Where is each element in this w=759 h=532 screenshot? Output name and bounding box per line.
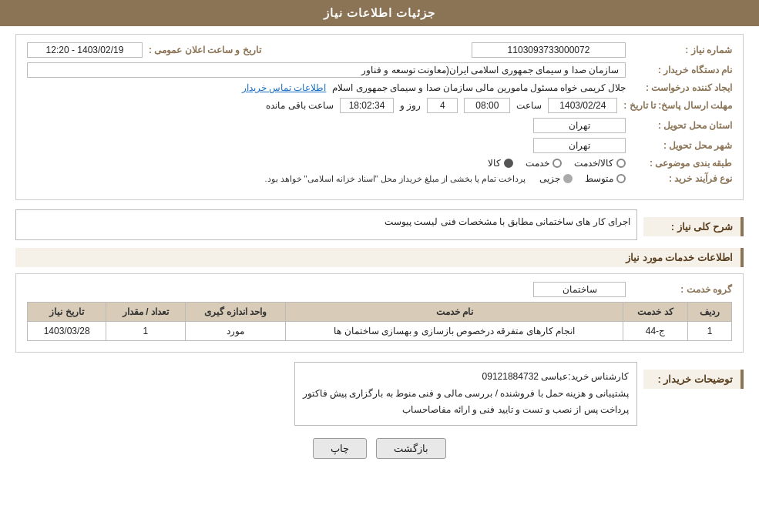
deadline-date: 1403/02/24: [548, 98, 617, 113]
col-name: نام خدمت: [286, 303, 623, 322]
need-number-value: 1103093733000072: [472, 42, 626, 58]
city-value: تهران: [533, 138, 626, 153]
need-number-label: شماره نیاز :: [632, 45, 732, 55]
services-table: ردیف کد خدمت نام خدمت واحد اندازه گیری ت…: [27, 302, 732, 341]
cell-qty: 1: [106, 322, 185, 341]
row-province: استان محل تحویل : تهران: [27, 118, 732, 133]
radio-service: [552, 159, 562, 168]
cell-code: ج-44: [623, 322, 687, 341]
remaining-label: ساعت باقی مانده: [266, 100, 334, 111]
province-label: استان محل تحویل :: [632, 120, 732, 131]
table-header-row: ردیف کد خدمت نام خدمت واحد اندازه گیری ت…: [28, 303, 732, 322]
radio-goods: [504, 159, 513, 168]
category-goods-label: کالا: [488, 158, 501, 169]
city-label: شهر محل تحویل :: [632, 140, 732, 151]
row-description: شرح کلی نیاز : اجرای کار های ساختمانی مط…: [15, 209, 744, 240]
services-section-title: اطلاعات خدمات مورد نیاز: [15, 248, 744, 267]
col-date: تاریخ نیاز: [28, 303, 106, 322]
content-area: شماره نیاز : 1103093733000072 تاریخ و سا…: [0, 26, 759, 474]
row-deadline: مهلت ارسال پاسخ: تا تاریخ : 1403/02/24 س…: [27, 98, 732, 113]
page-title: جزئیات اطلاعات نیاز: [324, 6, 435, 19]
deadline-remaining: 18:02:34: [340, 98, 394, 113]
province-value: تهران: [533, 118, 626, 133]
cell-name: انجام کارهای متفرقه درخصوص بازسازی و بهس…: [286, 322, 623, 341]
category-label: طبقه بندی موضوعی :: [632, 158, 732, 169]
description-box: اجرای کار های ساختمانی مطابق با مشخصات ف…: [15, 209, 637, 240]
col-unit: واحد اندازه گیری: [185, 303, 286, 322]
radio-medium: [616, 174, 626, 183]
radio-goods-service: [616, 159, 626, 168]
process-radio-group: متوسط جزیی: [539, 173, 626, 184]
cell-date: 1403/03/28: [28, 322, 106, 341]
category-service-label: خدمت: [526, 158, 549, 169]
row-category: طبقه بندی موضوعی : کالا/خدمت خدمت کالا: [27, 158, 732, 169]
info-section: شماره نیاز : 1103093733000072 تاریخ و سا…: [15, 34, 744, 200]
category-option-goods: کالا: [488, 158, 513, 169]
org-label: نام دستگاه خریدار :: [632, 65, 732, 75]
service-group-label: گروه خدمت :: [632, 284, 732, 295]
page-header: جزئیات اطلاعات نیاز: [0, 0, 759, 26]
process-option-partial: جزیی: [539, 173, 573, 184]
process-partial-label: جزیی: [539, 173, 560, 184]
process-label: نوع فرآیند خرید :: [632, 173, 732, 184]
deadline-days: 4: [427, 98, 458, 113]
services-info-section: گروه خدمت : ساختمان ردیف کد خدمت نام خدم…: [15, 273, 744, 353]
description-section-title: شرح کلی نیاز :: [643, 217, 744, 236]
col-row: ردیف: [687, 303, 731, 322]
category-option-service: خدمت: [526, 158, 562, 169]
row-buyer-notes: توضیحات خریدار : کارشناس خرید:عباسی 0912…: [15, 362, 744, 426]
process-option-medium: متوسط: [585, 173, 626, 184]
org-value: سازمان صدا و سیمای جمهوری اسلامی ایران(م…: [27, 62, 626, 78]
process-note: پرداخت تمام یا بخشی از مبلغ خریداز محل "…: [264, 174, 526, 184]
category-radio-group: کالا/خدمت خدمت کالا: [488, 158, 626, 169]
row-org: نام دستگاه خریدار : سازمان صدا و سیمای ج…: [27, 62, 732, 78]
service-group-value: ساختمان: [533, 282, 626, 297]
col-code: کد خدمت: [623, 303, 687, 322]
deadline-label: مهلت ارسال پاسخ: تا تاریخ :: [623, 100, 732, 111]
time-label: ساعت: [516, 100, 542, 111]
deadline-time: 08:00: [464, 98, 510, 113]
row-city: شهر محل تحویل : تهران: [27, 138, 732, 153]
cell-row: 1: [687, 322, 731, 341]
buyer-notes-box: کارشناس خرید:عباسی 09121884732 پشتیبانی …: [294, 362, 637, 426]
row-creator: ایجاد کننده درخواست : جلال کریمی خواه مس…: [27, 82, 732, 93]
process-medium-label: متوسط: [585, 173, 613, 184]
creator-value: جلال کریمی خواه مسئول مامورین مالی سازما…: [332, 82, 626, 93]
cell-unit: مورد: [185, 322, 286, 341]
radio-partial: [563, 174, 573, 183]
announce-value: 1403/02/19 - 12:20: [27, 42, 143, 58]
services-table-section: ردیف کد خدمت نام خدمت واحد اندازه گیری ت…: [27, 302, 732, 341]
category-goods-service-label: کالا/خدمت: [574, 158, 613, 169]
row-process: نوع فرآیند خرید : متوسط جزیی پرداخت تمام…: [27, 173, 732, 184]
buttons-row: بازگشت چاپ: [15, 438, 744, 459]
print-button[interactable]: چاپ: [313, 438, 367, 459]
row-need-number: شماره نیاز : 1103093733000072 تاریخ و سا…: [27, 42, 732, 58]
page-wrapper: جزئیات اطلاعات نیاز شماره نیاز : 1103093…: [0, 0, 759, 532]
table-row: 1ج-44انجام کارهای متفرقه درخصوص بازسازی …: [28, 322, 732, 341]
creator-link[interactable]: اطلاعات تماس خریدار: [242, 82, 327, 93]
row-service-group: گروه خدمت : ساختمان: [27, 282, 732, 297]
buyer-notes-section-title: توضیحات خریدار :: [643, 370, 744, 389]
category-option-goods-service: کالا/خدمت: [574, 158, 626, 169]
back-button[interactable]: بازگشت: [376, 438, 446, 459]
creator-label: ایجاد کننده درخواست :: [632, 82, 732, 93]
col-qty: تعداد / مقدار: [106, 303, 185, 322]
days-label: روز و: [400, 100, 421, 111]
announce-label: تاریخ و ساعت اعلان عمومی :: [149, 45, 261, 55]
